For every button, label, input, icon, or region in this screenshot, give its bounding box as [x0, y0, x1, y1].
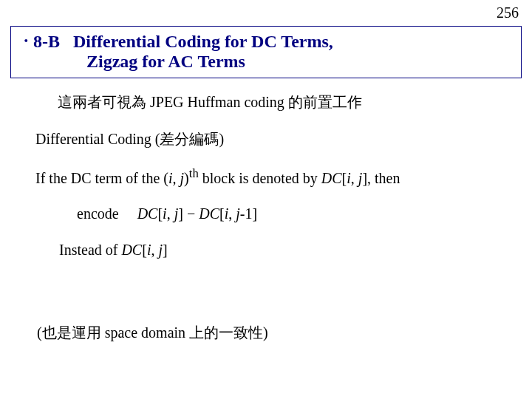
title-line-1: ・8-B Differential Coding for DC Terms,	[18, 31, 514, 52]
encode-word: encode	[77, 205, 119, 222]
open3: [	[142, 242, 147, 258]
page-number: 256	[497, 4, 519, 21]
title-box: ・8-B Differential Coding for DC Terms, Z…	[10, 26, 522, 78]
encode-line: encode DC[i, j] − DC[i, j-1]	[77, 205, 257, 222]
minus1-close: -1]	[240, 205, 257, 222]
title-text-1: Differential Coding for DC Terms,	[73, 32, 333, 51]
comma1: ,	[167, 205, 174, 222]
diff-coding-heading: Differential Coding (差分編碼)	[35, 129, 224, 149]
title-line-2: Zigzag for AC Terms	[18, 52, 514, 72]
if-close: ], then	[362, 170, 400, 186]
dc2: DC	[199, 205, 219, 222]
if-line: If the DC term of the (i, j)th block is …	[35, 166, 400, 187]
footnote: (也是運用 space domain 上的一致性)	[37, 323, 268, 343]
diff-coding-cjk: 差分編碼	[160, 131, 219, 147]
instead-text: Instead of	[59, 242, 121, 258]
dc1: DC	[137, 205, 158, 222]
close3: ]	[163, 242, 168, 258]
if-paren-close: )	[184, 170, 189, 186]
dc-func: DC	[321, 170, 342, 186]
intro-text: 這兩者可視為 JPEG Huffman coding 的前置工作	[58, 92, 362, 112]
var-ij: i, j	[168, 170, 184, 186]
comma: ,	[351, 170, 358, 186]
open2: [	[219, 205, 225, 222]
diff-coding-close: )	[219, 131, 224, 147]
sup-th: th	[189, 166, 199, 180]
comma3: ,	[151, 242, 158, 258]
dc3: DC	[121, 242, 142, 258]
close1: ]	[178, 205, 187, 222]
if-part1: If the DC term of the (	[35, 170, 168, 186]
bullet-icon: ・	[18, 33, 33, 49]
if-part3: block is denoted by	[199, 170, 321, 186]
section-number: 8-B	[33, 32, 60, 51]
minus: −	[187, 205, 195, 222]
comma2: ,	[228, 205, 236, 222]
diff-coding-label: Differential Coding (	[35, 131, 160, 147]
instead-line: Instead of DC[i, j]	[59, 242, 168, 259]
